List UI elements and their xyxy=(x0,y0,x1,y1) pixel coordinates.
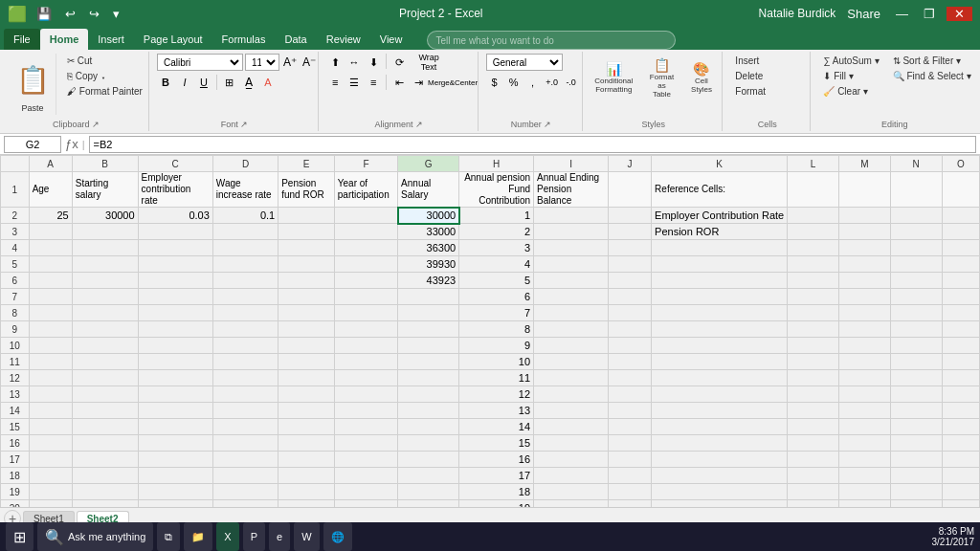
cell-G15[interactable] xyxy=(398,419,459,435)
col-header-c[interactable]: C xyxy=(138,156,212,172)
cell-G5[interactable]: 39930 xyxy=(398,256,459,273)
cell-J6[interactable] xyxy=(609,273,652,289)
number-format-select[interactable]: General xyxy=(486,54,563,71)
redo-button[interactable]: ↪ xyxy=(85,7,103,21)
cell-K16[interactable] xyxy=(652,435,788,452)
cell-O7[interactable] xyxy=(942,289,979,305)
cell-I2[interactable] xyxy=(534,208,609,224)
merge-center-button[interactable]: Merge&Center xyxy=(429,74,477,91)
col-header-e[interactable]: E xyxy=(278,156,335,172)
cell-J14[interactable] xyxy=(609,403,652,419)
col-header-a[interactable]: A xyxy=(29,156,72,172)
customize-quick-access-button[interactable]: ▾ xyxy=(109,7,123,21)
row-header[interactable]: 9 xyxy=(1,321,30,338)
cell-J15[interactable] xyxy=(609,419,652,435)
cell-L4[interactable] xyxy=(788,240,839,256)
cell-A14[interactable] xyxy=(29,403,72,419)
minimize-button[interactable]: — xyxy=(892,7,912,21)
cell-B17[interactable] xyxy=(72,452,138,468)
cell-E6[interactable] xyxy=(278,273,335,289)
cell-D4[interactable] xyxy=(212,240,278,256)
cell-D12[interactable] xyxy=(212,370,278,386)
cell-K12[interactable] xyxy=(652,370,788,386)
cell-M18[interactable] xyxy=(839,468,891,484)
row-header[interactable]: 1 xyxy=(1,172,30,208)
col-header-k[interactable]: K xyxy=(652,156,788,172)
cell-A9[interactable] xyxy=(29,321,72,338)
cell-I1[interactable]: Annual Ending Pension Balance xyxy=(534,172,609,208)
align-top-button[interactable]: ⬆ xyxy=(326,54,344,71)
cell-D1[interactable]: Wage increase rate xyxy=(212,172,278,208)
cell-M9[interactable] xyxy=(839,321,891,338)
cell-A7[interactable] xyxy=(29,289,72,305)
cell-B20[interactable] xyxy=(72,500,138,508)
cell-styles-button[interactable]: 🎨CellStyles xyxy=(687,54,717,101)
cell-A15[interactable] xyxy=(29,419,72,435)
find-select-button[interactable]: 🔍 Find & Select ▾ xyxy=(888,69,976,83)
cell-N11[interactable] xyxy=(890,354,942,370)
cell-F19[interactable] xyxy=(334,484,397,500)
row-header[interactable]: 17 xyxy=(1,452,30,468)
cell-C11[interactable] xyxy=(138,354,212,370)
row-header[interactable]: 6 xyxy=(1,273,30,289)
cell-F8[interactable] xyxy=(334,305,397,321)
cell-L9[interactable] xyxy=(788,321,839,338)
cell-E3[interactable] xyxy=(278,224,335,240)
cell-D5[interactable] xyxy=(212,256,278,273)
cell-H18[interactable]: 17 xyxy=(459,468,534,484)
cell-O8[interactable] xyxy=(942,305,979,321)
cell-H19[interactable]: 18 xyxy=(459,484,534,500)
cell-D10[interactable] xyxy=(212,338,278,354)
powerpoint-taskbar-button[interactable]: P xyxy=(243,522,265,551)
cell-F6[interactable] xyxy=(334,273,397,289)
row-header[interactable]: 13 xyxy=(1,386,30,403)
cell-D14[interactable] xyxy=(212,403,278,419)
cell-E14[interactable] xyxy=(278,403,335,419)
row-header[interactable]: 2 xyxy=(1,208,30,224)
cell-I10[interactable] xyxy=(534,338,609,354)
cell-F17[interactable] xyxy=(334,452,397,468)
cell-C8[interactable] xyxy=(138,305,212,321)
cell-A16[interactable] xyxy=(29,435,72,452)
cell-A13[interactable] xyxy=(29,386,72,403)
tab-view[interactable]: View xyxy=(370,29,412,50)
cell-H10[interactable]: 9 xyxy=(459,338,534,354)
cell-E2[interactable] xyxy=(278,208,335,224)
cell-B3[interactable] xyxy=(72,224,138,240)
cell-J8[interactable] xyxy=(609,305,652,321)
cell-N3[interactable] xyxy=(890,224,942,240)
col-header-n[interactable]: N xyxy=(890,156,942,172)
cell-G16[interactable] xyxy=(398,435,459,452)
cell-L2[interactable] xyxy=(788,208,839,224)
cell-K5[interactable] xyxy=(652,256,788,273)
cell-N12[interactable] xyxy=(890,370,942,386)
cell-O2[interactable] xyxy=(942,208,979,224)
file-explorer-button[interactable]: 📁 xyxy=(184,522,212,551)
cell-F3[interactable] xyxy=(334,224,397,240)
cell-L11[interactable] xyxy=(788,354,839,370)
cell-C6[interactable] xyxy=(138,273,212,289)
cell-M12[interactable] xyxy=(839,370,891,386)
cell-G20[interactable] xyxy=(398,500,459,508)
cell-N15[interactable] xyxy=(890,419,942,435)
cell-F14[interactable] xyxy=(334,403,397,419)
cell-C20[interactable] xyxy=(138,500,212,508)
cell-J12[interactable] xyxy=(609,370,652,386)
cell-B4[interactable] xyxy=(72,240,138,256)
cell-H2[interactable]: 1 xyxy=(459,208,534,224)
edge-taskbar-button[interactable]: e xyxy=(269,522,290,551)
cell-N8[interactable] xyxy=(890,305,942,321)
row-header[interactable]: 20 xyxy=(1,500,30,508)
cell-O10[interactable] xyxy=(942,338,979,354)
cell-B1[interactable]: Starting salary xyxy=(72,172,138,208)
cell-I3[interactable] xyxy=(534,224,609,240)
decrease-font-button[interactable]: A⁻ xyxy=(301,54,318,71)
cell-M15[interactable] xyxy=(839,419,891,435)
row-header[interactable]: 5 xyxy=(1,256,30,273)
cell-B18[interactable] xyxy=(72,468,138,484)
cell-B5[interactable] xyxy=(72,256,138,273)
tab-data[interactable]: Data xyxy=(275,29,316,50)
cell-L17[interactable] xyxy=(788,452,839,468)
grid-wrapper[interactable]: A B C D E F G H I J K L M N O xyxy=(0,155,980,507)
cell-D13[interactable] xyxy=(212,386,278,403)
